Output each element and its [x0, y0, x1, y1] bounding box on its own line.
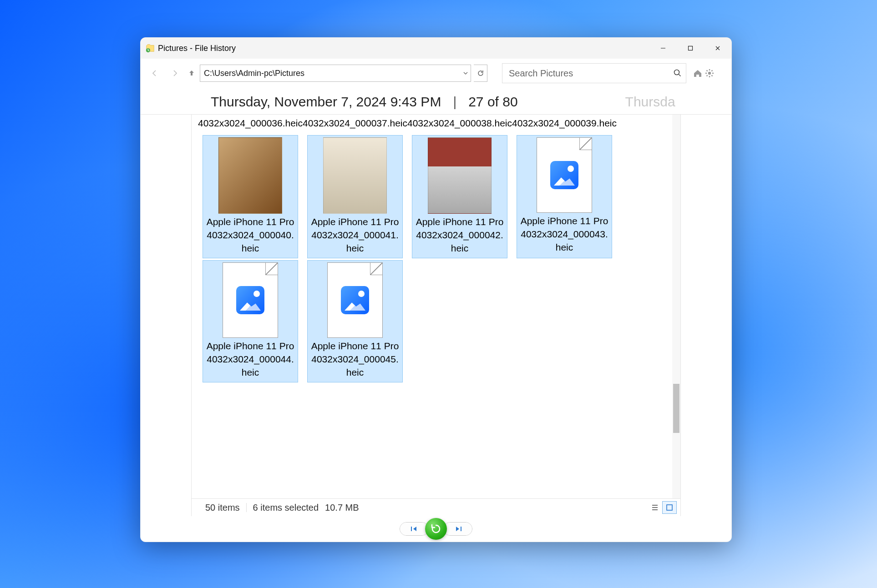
file-item[interactable]: Apple iPhone 11 Pro 4032x3024_000044.hei…	[203, 260, 298, 382]
file-item[interactable]: Apple iPhone 11 Pro 4032x3024_000045.hei…	[307, 260, 403, 382]
file-thumbnail-generic	[223, 262, 278, 338]
content-columns: 4032x3024_000036.heic4032x3024_000037.he…	[141, 114, 731, 516]
toolbar-right	[692, 68, 715, 78]
file-thumbnail-photo	[218, 137, 282, 214]
photos-app-icon	[236, 286, 264, 314]
status-divider	[246, 503, 247, 512]
file-grid-scroll[interactable]: 4032x3024_000036.heic4032x3024_000037.he…	[192, 115, 672, 498]
view-thumbnails-button[interactable]	[662, 501, 677, 514]
file-item[interactable]: 4032x3024_000036.heic	[203, 115, 298, 133]
snapshot-nav-pill	[400, 522, 429, 536]
file-label: 4032x3024_000036.heic	[198, 117, 303, 130]
scrollbar-track[interactable]	[672, 115, 680, 498]
snapshot-separator: |	[453, 94, 456, 110]
titlebar: Pictures - File History	[141, 38, 731, 59]
file-label: Apple iPhone 11 Pro 4032x3024_000040.hei…	[205, 215, 296, 256]
navigation-row: C:\Users\Admin-pc\Pictures	[141, 59, 731, 88]
file-item[interactable]: Apple iPhone 11 Pro 4032x3024_000040.hei…	[203, 135, 298, 258]
photos-app-icon	[550, 161, 578, 189]
minimize-button[interactable]	[649, 38, 677, 59]
scrollbar-thumb[interactable]	[673, 384, 679, 433]
file-label: Apple iPhone 11 Pro 4032x3024_000041.hei…	[309, 215, 400, 256]
snapshot-header: Thursday, November 7, 2024 9:43 PM | 27 …	[141, 88, 731, 114]
file-grid-area: 4032x3024_000036.heic4032x3024_000037.he…	[192, 115, 680, 499]
address-bar[interactable]: C:\Users\Admin-pc\Pictures	[200, 65, 471, 82]
next-snapshot-button[interactable]	[444, 523, 472, 535]
svg-point-3	[708, 72, 711, 75]
refresh-button[interactable]	[474, 65, 487, 82]
file-thumbnail-photo	[323, 137, 387, 214]
maximize-button[interactable]	[677, 38, 704, 59]
photos-app-icon	[341, 286, 369, 314]
address-path: C:\Users\Admin-pc\Pictures	[200, 69, 461, 78]
prev-snapshot-button[interactable]	[400, 523, 428, 535]
file-label: Apple iPhone 11 Pro 4032x3024_000044.hei…	[205, 339, 296, 380]
next-snapshot-column[interactable]	[680, 115, 731, 516]
file-label: Apple iPhone 11 Pro 4032x3024_000043.hei…	[519, 214, 610, 255]
status-item-count: 50 items	[205, 503, 240, 513]
status-bar: 50 items 6 items selected 10.7 MB	[192, 499, 680, 516]
status-selection: 6 items selected	[253, 503, 319, 513]
file-thumbnail-generic	[327, 262, 383, 338]
view-toggles	[648, 501, 677, 514]
home-icon[interactable]	[692, 68, 704, 78]
window-title: Pictures - File History	[158, 44, 236, 53]
next-snapshot-preview: Thursda	[625, 94, 675, 110]
file-grid: 4032x3024_000036.heic4032x3024_000037.he…	[203, 115, 670, 382]
file-label: 4032x3024_000038.heic	[407, 117, 512, 130]
file-thumbnail-generic	[537, 137, 592, 213]
file-item[interactable]: Apple iPhone 11 Pro 4032x3024_000043.hei…	[517, 135, 612, 258]
file-item[interactable]: Apple iPhone 11 Pro 4032x3024_000042.hei…	[412, 135, 507, 258]
file-thumbnail-photo	[428, 137, 492, 214]
file-history-icon	[145, 43, 155, 53]
current-snapshot-column: 4032x3024_000036.heic4032x3024_000037.he…	[192, 115, 680, 516]
search-box[interactable]	[502, 63, 686, 83]
search-input[interactable]	[508, 68, 673, 79]
gear-icon[interactable]	[704, 68, 715, 78]
file-label: Apple iPhone 11 Pro 4032x3024_000045.hei…	[309, 339, 400, 380]
search-icon[interactable]	[673, 69, 682, 78]
svg-rect-1	[689, 46, 693, 50]
status-size: 10.7 MB	[325, 503, 359, 513]
back-button[interactable]	[146, 65, 163, 82]
address-dropdown-icon[interactable]	[461, 65, 471, 81]
file-item[interactable]: 4032x3024_000037.heic	[307, 115, 403, 133]
restore-button[interactable]	[425, 518, 447, 540]
up-button[interactable]	[186, 69, 197, 77]
file-label: 4032x3024_000039.heic	[512, 117, 617, 130]
file-label: 4032x3024_000037.heic	[303, 117, 407, 130]
forward-button[interactable]	[166, 65, 183, 82]
svg-point-2	[674, 70, 679, 75]
snapshot-datetime: Thursday, November 7, 2024 9:43 PM	[211, 94, 441, 110]
file-item[interactable]: 4032x3024_000038.heic	[412, 115, 507, 133]
file-history-window: Pictures - File History C:\Users\Admin-p…	[140, 37, 732, 542]
bottom-nav	[141, 516, 731, 542]
snapshot-nav-pill-right	[443, 522, 472, 536]
view-list-button[interactable]	[648, 501, 662, 514]
svg-rect-4	[667, 505, 672, 510]
window-controls	[649, 38, 731, 59]
file-label: Apple iPhone 11 Pro 4032x3024_000042.hei…	[414, 215, 505, 256]
prev-snapshot-column[interactable]	[141, 115, 192, 516]
file-item[interactable]: 4032x3024_000039.heic	[517, 115, 612, 133]
close-button[interactable]	[704, 38, 731, 59]
file-item[interactable]: Apple iPhone 11 Pro 4032x3024_000041.hei…	[307, 135, 403, 258]
snapshot-index: 27 of 80	[468, 94, 517, 110]
